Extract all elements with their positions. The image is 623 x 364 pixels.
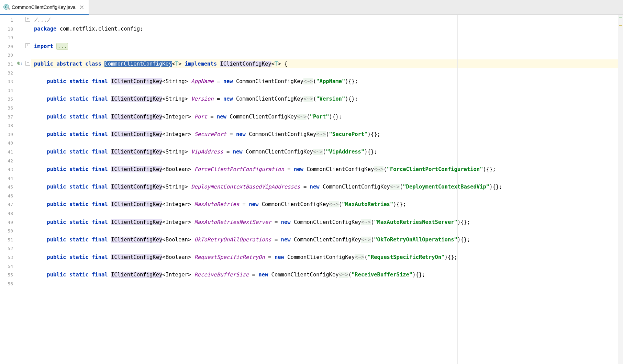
line-number[interactable]: 18 [0,24,16,33]
svg-rect-3 [8,8,9,9]
stripe-mark-ok[interactable] [619,18,622,18]
marker-slot [16,32,31,41]
line-number[interactable]: 50 [0,226,16,235]
java-class-readonly-icon: C [3,4,10,10]
line-number[interactable]: 55 [0,270,16,279]
code-line[interactable]: public abstract class CommonClientConfig… [31,59,618,68]
code-line[interactable] [31,226,618,235]
tab-file-commonclientconfigkey[interactable]: C CommonClientConfigKey.java [0,0,89,14]
line-number[interactable]: 46 [0,191,16,200]
code-line[interactable]: public static final IClientConfigKey<Str… [31,147,618,156]
line-number[interactable]: 19 [0,33,16,42]
code-line[interactable] [31,50,618,59]
code-line[interactable]: public static final IClientConfigKey<Int… [31,200,618,209]
code-line[interactable]: import ... [31,42,618,51]
code-line[interactable]: package com.netflix.client.config; [31,24,618,33]
code-line[interactable] [31,279,618,288]
line-number-gutter[interactable]: 1181920303132333435363738394041424344454… [0,15,16,364]
code-line[interactable] [31,86,618,95]
marker-slot [16,226,31,235]
line-number[interactable]: 42 [0,156,16,165]
line-number[interactable]: 41 [0,147,16,156]
marker-slot [16,76,31,85]
line-number[interactable]: 38 [0,121,16,130]
line-number[interactable]: 36 [0,103,16,112]
line-number[interactable]: 31 [0,59,16,68]
marker-slot [16,103,31,112]
line-number[interactable]: 53 [0,253,16,262]
line-number[interactable]: 43 [0,165,16,174]
line-number[interactable]: 1 [0,15,16,24]
marker-slot [16,24,31,33]
close-icon[interactable] [79,4,85,10]
fold-toggle-expand-icon[interactable]: + [25,17,30,22]
line-number[interactable]: 52 [0,244,16,253]
marker-slot [16,85,31,94]
stripe-mark-warning[interactable] [619,25,622,26]
code-line[interactable]: public static final IClientConfigKey<Str… [31,182,618,191]
error-stripe[interactable] [618,15,623,364]
marker-slot [16,156,31,164]
code-line[interactable]: public static final IClientConfigKey<Boo… [31,253,618,262]
code-line[interactable] [31,121,618,130]
folded-imports-icon[interactable]: ... [56,43,68,50]
line-number[interactable]: 47 [0,200,16,209]
code-content: /.../package com.netflix.client.config;i… [31,15,618,288]
line-number[interactable]: 54 [0,262,16,271]
code-line[interactable]: public static final IClientConfigKey<Boo… [31,235,618,244]
line-number[interactable]: 30 [0,50,16,59]
code-line[interactable] [31,262,618,271]
selected-class-name: CommonClientConfigKey [104,61,172,67]
has-implementations-icon[interactable]: I↓ [17,61,23,65]
marker-slot [16,270,31,278]
marker-slot [16,94,31,103]
code-line[interactable]: public static final IClientConfigKey<Boo… [31,165,618,174]
tab-title: CommonClientConfigKey.java [12,4,76,10]
line-number[interactable]: 32 [0,68,16,77]
code-line[interactable] [31,103,618,112]
editor-window: C CommonClientConfigKey.java 11819203031… [0,0,623,364]
code-line[interactable]: public static final IClientConfigKey<Int… [31,130,618,139]
line-number[interactable]: 49 [0,218,16,227]
line-number[interactable]: 44 [0,174,16,183]
line-number[interactable]: 56 [0,279,16,288]
marker-slot [16,164,31,173]
marker-slot [16,50,31,59]
marker-column[interactable]: ++−I↓ [16,15,31,364]
fold-toggle-collapse-icon[interactable]: − [25,61,30,66]
line-number[interactable]: 35 [0,94,16,103]
code-line[interactable] [31,68,618,77]
marker-slot [16,138,31,147]
code-line[interactable]: /.../ [31,15,618,24]
code-line[interactable]: public static final IClientConfigKey<Int… [31,112,618,121]
code-line[interactable] [31,244,618,253]
line-number[interactable]: 34 [0,86,16,95]
code-line[interactable] [31,209,618,218]
code-line[interactable] [31,138,618,147]
marker-slot [16,199,31,208]
line-number[interactable]: 39 [0,130,16,139]
code-line[interactable] [31,33,618,42]
code-line[interactable]: public static final IClientConfigKey<Int… [31,218,618,227]
line-number[interactable]: 37 [0,112,16,121]
marker-slot [16,252,31,261]
line-number[interactable]: 45 [0,182,16,191]
code-line[interactable]: public static final IClientConfigKey<Int… [31,270,618,279]
marker-slot: + [16,15,31,24]
line-number[interactable]: 51 [0,235,16,244]
line-number[interactable]: 40 [0,138,16,147]
code-line[interactable] [31,191,618,200]
marker-slot [16,182,31,191]
code-line[interactable] [31,156,618,165]
code-area[interactable]: /.../package com.netflix.client.config;i… [31,15,618,364]
marker-slot [16,243,31,252]
code-line[interactable] [31,174,618,183]
code-line[interactable]: public static final IClientConfigKey<Str… [31,77,618,86]
line-number[interactable]: 48 [0,209,16,218]
fold-toggle-expand-icon[interactable]: + [25,43,30,48]
editor-body: 1181920303132333435363738394041424344454… [0,15,623,364]
code-line[interactable]: public static final IClientConfigKey<Str… [31,94,618,103]
line-number[interactable]: 20 [0,42,16,51]
marker-slot [16,129,31,138]
line-number[interactable]: 33 [0,77,16,86]
